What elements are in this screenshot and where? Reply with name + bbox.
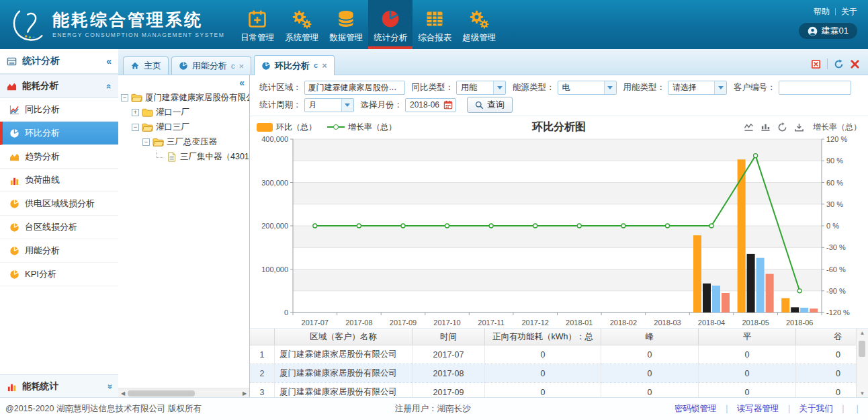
tree-node-1[interactable]: +灌口一厂 <box>121 105 248 120</box>
svg-text:2017-09: 2017-09 <box>390 319 417 327</box>
header-right: 帮助 关于 建霖01 <box>799 0 868 49</box>
sidebar-item-label: KPI分析 <box>25 268 56 280</box>
month-label: 选择月份： <box>361 99 403 111</box>
usage-type-select[interactable]: 请选择 <box>668 81 727 95</box>
legend-item-1[interactable]: 增长率（总） <box>327 122 396 133</box>
about-link[interactable]: 关于 <box>841 6 857 17</box>
expand-down-icon[interactable]: « <box>104 384 114 388</box>
nav-item-1[interactable]: 系统管理 <box>279 0 324 49</box>
tab-refresh-icon[interactable]: c <box>314 62 318 69</box>
yoy-type-label: 同比类型： <box>412 82 454 93</box>
sidebar-item-4[interactable]: 供电区域线损分析 <box>0 192 118 216</box>
sidebar-item-1[interactable]: 环比分析 <box>0 122 118 145</box>
pie-chart-icon <box>9 128 19 138</box>
gears-icon <box>292 9 312 29</box>
sidebar-item-2[interactable]: 趋势分析 <box>0 145 118 169</box>
tree-node-3[interactable]: −三厂总变压器 <box>121 134 248 149</box>
table-row-0[interactable]: 1厦门建霖健康家居股份有限公司2017-070000 <box>250 345 868 364</box>
sidebar-item-label: 环比分析 <box>25 127 60 139</box>
tab-0[interactable]: 主页 <box>123 56 169 75</box>
tab-refresh-icon[interactable]: c <box>231 62 235 70</box>
app-footer: @2015-2020 湖南慧明达信息技术有限公司 版权所有 注册用户：湖南长沙 … <box>0 397 868 420</box>
nav-item-label: 统计分析 <box>374 32 407 44</box>
scroll-left-icon[interactable]: ◀ <box>118 390 128 396</box>
download-chart-icon[interactable] <box>794 122 804 132</box>
scroll-right-icon[interactable]: ▶ <box>240 390 249 396</box>
energy-type-select[interactable]: 电 <box>558 81 617 95</box>
nav-item-2[interactable]: 数据管理 <box>324 0 368 49</box>
close-tab-icon[interactable] <box>850 59 860 69</box>
line-chart-icon <box>9 105 19 115</box>
sidebar-group-energy-stats[interactable]: 能耗统计 « <box>0 374 118 398</box>
tab-2[interactable]: 环比分析c× <box>254 55 335 75</box>
toggle-line-chart-icon[interactable] <box>744 122 754 132</box>
logo-subtitle: ENERGY CONSUMPTION MANAGEMENT SYSTEM <box>52 32 224 38</box>
svg-text:100,000: 100,000 <box>261 265 288 274</box>
month-picker[interactable]: 2018-06 <box>405 98 456 112</box>
sidebar-item-3[interactable]: 负荷曲线 <box>0 169 118 192</box>
close-all-tabs-icon[interactable] <box>811 59 821 69</box>
restore-chart-icon[interactable] <box>777 122 787 132</box>
footer-link-0[interactable]: 密码锁管理 <box>675 403 717 415</box>
result-table: 区域（客户）名称时间正向有功能耗（kWh）：总峰平谷 1厦门建霖健康家居股份有限… <box>250 329 868 398</box>
svg-text:2017-08: 2017-08 <box>345 319 372 327</box>
footer-link-1[interactable]: 读写器管理 <box>737 403 779 415</box>
table-cell: 厦门建霖健康家居股份有限公司 <box>275 364 413 383</box>
user-menu[interactable]: 建霖01 <box>799 23 857 39</box>
calendar-icon[interactable] <box>443 100 453 110</box>
pie-chart-icon <box>9 199 19 209</box>
footer-link-2[interactable]: 关于我们 <box>799 403 833 415</box>
help-link[interactable]: 帮助 <box>814 6 830 17</box>
tab-close-icon[interactable]: × <box>239 62 245 71</box>
sidebar-collapse-icon[interactable]: « <box>106 56 112 67</box>
period-select[interactable]: 月 <box>304 98 354 112</box>
logo-title: 能耗综合管理系统 <box>52 11 224 30</box>
region-tree: −厦门建霖健康家居股份有限公司+灌口一厂−灌口三厂−三厂总变压器三厂集中器（43… <box>118 75 249 167</box>
collapse-node-icon[interactable]: − <box>132 124 139 131</box>
region-input[interactable] <box>304 81 405 95</box>
sidebar-item-7[interactable]: KPI分析 <box>0 263 118 286</box>
tree-node-2[interactable]: −灌口三厂 <box>121 120 248 134</box>
nav-item-4[interactable]: 综合报表 <box>413 0 457 49</box>
collapse-node-icon[interactable]: − <box>142 138 150 146</box>
legend-item-0[interactable]: 环比（总） <box>257 122 316 133</box>
vertical-scrollbar[interactable]: ▲ ▼ <box>856 329 868 398</box>
pie-chart-icon <box>179 61 188 71</box>
scrollbar-thumb[interactable] <box>128 390 195 396</box>
pie-chart-icon <box>261 61 271 71</box>
user-icon <box>808 26 818 36</box>
scroll-down-icon[interactable]: ▼ <box>857 390 868 396</box>
horizontal-scrollbar[interactable]: ◀ ▶ <box>118 388 249 398</box>
tab-1[interactable]: 用能分析c× <box>171 56 251 75</box>
tab-label: 环比分析 <box>275 60 310 72</box>
collapse-node-icon[interactable]: − <box>121 94 128 101</box>
pie-chart-icon <box>9 269 19 280</box>
sidebar-item-0[interactable]: 同比分析 <box>0 98 118 122</box>
sidebar-item-6[interactable]: 用能分析 <box>0 239 118 263</box>
sidebar-item-5[interactable]: 台区线损分析 <box>0 216 118 239</box>
yoy-type-select[interactable]: 用能 <box>456 81 506 95</box>
footer-links: 密码锁管理｜读写器管理｜关于我们｜｜ <box>675 403 861 415</box>
refresh-tab-icon[interactable] <box>834 59 844 69</box>
tree-node-4[interactable]: 三厂集中器（4301003 <box>121 149 248 164</box>
scrollbar-thumb[interactable] <box>859 341 865 357</box>
svg-text:0 %: 0 % <box>826 222 839 230</box>
scroll-up-icon[interactable]: ▲ <box>857 330 868 336</box>
sidebar-group-energy-analysis[interactable]: 能耗分析 « <box>0 75 118 98</box>
expand-node-icon[interactable]: + <box>132 109 139 116</box>
nav-item-5[interactable]: 超级管理 <box>457 0 501 49</box>
tree-node-0[interactable]: −厦门建霖健康家居股份有限公司 <box>121 90 248 105</box>
toggle-bar-chart-icon[interactable] <box>761 122 771 132</box>
nav-item-3[interactable]: 统计分析 <box>368 0 413 49</box>
query-button[interactable]: 查询 <box>467 97 513 113</box>
tree-collapse-icon[interactable]: « <box>239 77 245 88</box>
tab-close-icon[interactable]: × <box>322 61 327 70</box>
divider <box>827 58 828 69</box>
collapse-up-icon[interactable]: « <box>104 83 114 88</box>
nav-item-0[interactable]: 日常管理 <box>235 0 279 49</box>
table-row-1[interactable]: 2厦门建霖健康家居股份有限公司2017-080000 <box>250 364 868 383</box>
table-row-2[interactable]: 3厦门建霖健康家居股份有限公司2017-090000 <box>250 383 868 398</box>
customer-no-input[interactable] <box>779 81 851 95</box>
bar-chart-red-icon <box>7 382 17 392</box>
table-cell: 2017-07 <box>413 345 485 364</box>
